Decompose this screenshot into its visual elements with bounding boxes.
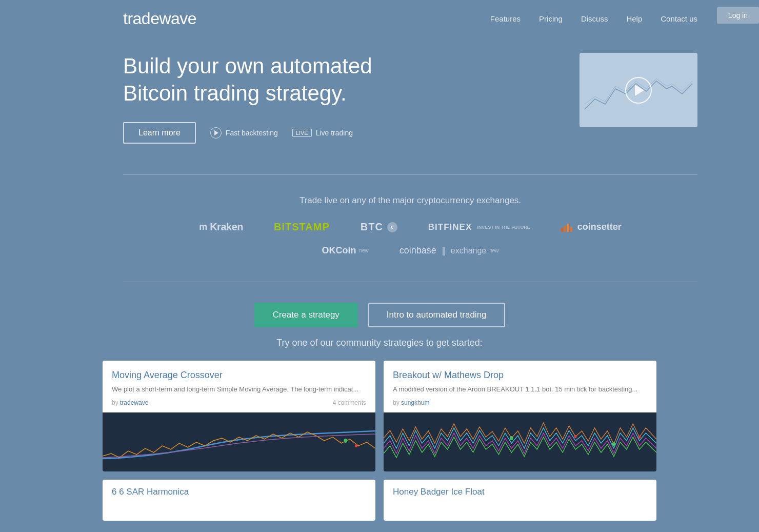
strategy-cards-bottom: 6 6 SAR Harmonica Honey Badger Ice Float [0, 480, 759, 521]
bitfinex-logo: BITFINEX INVEST IN THE FUTURE [428, 221, 530, 233]
card-desc-2: A modified version of the Aroon BREAKOUT… [393, 385, 647, 394]
card-comments-1: 4 comments [333, 399, 366, 406]
card-meta-2: by sungkhum [393, 399, 647, 406]
svg-point-6 [612, 442, 616, 446]
nav-help[interactable]: Help [626, 14, 642, 23]
chart-svg-2 [384, 412, 656, 471]
card-title-2: Breakout w/ Mathews Drop [393, 370, 647, 381]
svg-rect-0 [103, 412, 375, 471]
card-body-4: Honey Badger Ice Float [384, 480, 656, 502]
card-body-3: 6 6 SAR Harmonica [103, 480, 375, 502]
play-triangle-icon [635, 85, 644, 96]
btce-logo: BTC e [361, 221, 397, 233]
exchanges-section: Trade live on any of the major cryptocur… [0, 175, 759, 271]
card-body-1: Moving Average Crossover We plot a short… [103, 361, 375, 412]
fast-backtesting-label: Fast backtesting [226, 129, 278, 137]
svg-point-4 [510, 436, 513, 440]
card-sar-harmonica[interactable]: 6 6 SAR Harmonica [103, 480, 375, 521]
coinbase-logo: coinbase ‖ exchange new [400, 245, 499, 256]
svg-point-5 [574, 435, 577, 438]
svg-point-7 [638, 436, 641, 439]
card-moving-average[interactable]: Moving Average Crossover We plot a short… [103, 361, 375, 471]
coinsetter-logo: coinsetter [561, 221, 622, 233]
live-trading-feature: LIVE Live trading [292, 129, 353, 137]
card-meta-1: by tradewave 4 comments [112, 399, 366, 406]
card-breakout[interactable]: Breakout w/ Mathews Drop A modified vers… [384, 361, 656, 471]
login-button[interactable]: Log in [717, 7, 759, 24]
kraken-logo: mKraken [199, 221, 243, 233]
card-body-2: Breakout w/ Mathews Drop A modified vers… [384, 361, 656, 412]
exchange-logos-grid: mKraken BITSTAMP BTC e BITFINEX INVEST I… [179, 221, 641, 256]
intro-trading-button[interactable]: Intro to automated trading [368, 303, 505, 327]
bitstamp-logo: BITSTAMP [274, 221, 330, 233]
learn-more-button[interactable]: Learn more [123, 122, 196, 144]
coinsetter-bars-icon [561, 223, 572, 232]
card-desc-1: We plot a short-term and long-term Simpl… [112, 385, 366, 394]
action-buttons: Create a strategy Intro to automated tra… [0, 282, 759, 338]
card-number-3: 6 [112, 487, 119, 497]
card-honey-badger[interactable]: Honey Badger Ice Float [384, 480, 656, 521]
hero-section: Build your own automatedBitcoin trading … [0, 37, 759, 174]
main-nav: Features Pricing Discuss Help Contact us [490, 14, 697, 23]
live-badge: LIVE [292, 129, 312, 137]
create-strategy-button[interactable]: Create a strategy [254, 303, 357, 327]
card-title-3: 6 6 SAR Harmonica [112, 487, 366, 497]
card-chart-1 [103, 412, 375, 471]
card-chart-2 [384, 412, 656, 471]
nav-features[interactable]: Features [490, 14, 521, 23]
strategy-cards-grid: Moving Average Crossover We plot a short… [0, 361, 759, 471]
community-title: Try one of our community strategies to g… [0, 338, 759, 348]
hero-title: Build your own automatedBitcoin trading … [123, 53, 549, 107]
svg-point-1 [344, 439, 347, 443]
chart-svg-1 [103, 412, 375, 471]
video-play-button[interactable] [625, 77, 652, 104]
logo: tradewave [123, 9, 196, 28]
card-title-1: Moving Average Crossover [112, 370, 366, 381]
hero-text: Build your own automatedBitcoin trading … [123, 53, 549, 154]
okcoin-logo: OKCoin new [322, 245, 368, 256]
exchanges-subtitle: Trade live on any of the major cryptocur… [123, 195, 697, 206]
card-name-3: 6 SAR Harmonica [119, 487, 189, 497]
nav-discuss[interactable]: Discuss [581, 14, 608, 23]
nav-contact[interactable]: Contact us [661, 14, 697, 23]
backtesting-feature: Fast backtesting [210, 127, 278, 139]
header: tradewave Features Pricing Discuss Help … [0, 0, 759, 37]
card-author-2: by sungkhum [393, 399, 429, 406]
live-trading-label: Live trading [316, 129, 353, 137]
svg-point-2 [355, 444, 357, 447]
video-thumbnail[interactable] [580, 53, 697, 127]
svg-rect-3 [384, 412, 656, 471]
card-author-1: by tradewave [112, 399, 148, 406]
nav-pricing[interactable]: Pricing [539, 14, 563, 23]
card-title-4: Honey Badger Ice Float [393, 487, 647, 497]
hero-cta: Learn more Fast backtesting LIVE Live tr… [123, 122, 549, 144]
play-icon [210, 127, 222, 139]
